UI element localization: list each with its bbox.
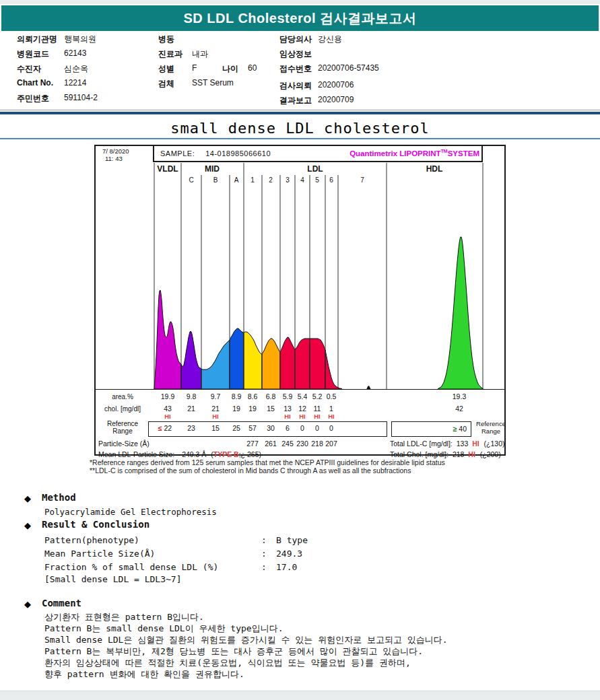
patient-field-label: 주민번호 (17, 93, 49, 104)
zone-label: VLDL (147, 164, 188, 174)
diamond-icon: ◆ (24, 520, 31, 530)
method-body: Polyacrylamide Gel Electrophoresis (44, 507, 217, 517)
result-row-colon: : (261, 562, 267, 572)
cholesterol-value: 42 (446, 405, 473, 413)
area-percent-value: 9.8 (178, 392, 205, 400)
reference-range-label-left: Reference Range (96, 420, 149, 435)
patient-field-label: 검체 (158, 78, 174, 90)
patient-field-value: 591104-2 (64, 93, 98, 102)
patient-field-value: 60 (248, 63, 257, 73)
total-ldl-c-row: Total LDL-C [mg/dl]: 133 HI (¿130) (390, 440, 505, 448)
patient-field-label: 의뢰기관명 (17, 34, 57, 45)
report-title: SD LDL Cholesterol 검사결과보고서 (184, 9, 417, 28)
mean-particle-row: Mean LDL-Particle Size: 249.3 Å (TYPE B;… (98, 450, 261, 458)
comment-line: 환자의 임상상태에 따른 적절한 치료(운동요법, 식이요법 또는 약물요법 등… (44, 657, 448, 668)
patient-field-label: 임상정보 (279, 48, 312, 60)
patient-field-value: 62143 (64, 48, 86, 58)
comment-line: Pattern B는 small dense LDL이 우세한 type입니다. (44, 623, 448, 634)
diamond-icon: ◆ (24, 493, 31, 503)
cholesterol-value: 21 (178, 405, 205, 413)
patient-field-label: 접수번호 (279, 63, 312, 75)
result-row-value: B type (276, 535, 308, 545)
zone-label: HDL (414, 164, 455, 174)
zone-label: MID (192, 164, 232, 174)
phenotype-type: TYPE B (213, 450, 239, 458)
comment-heading: Comment (42, 598, 81, 608)
result-row-value: 249.3 (276, 549, 302, 559)
cholesterol-value: 1 (318, 405, 345, 413)
patient-field-value: 행복의원 (64, 34, 96, 45)
diamond-icon: ◆ (24, 599, 31, 609)
area-percent-value: 19.3 (446, 392, 473, 400)
chol-row-label: chol. [mg/dl] (96, 405, 149, 413)
area-percent-value: 0.5 (318, 392, 345, 400)
chart-datetime: 7/ 8/2020 11: 43 (102, 148, 129, 162)
patient-field-value: F (192, 63, 197, 73)
area-percent-value: 19.9 (154, 392, 181, 400)
patient-field-label: 진료과 (158, 48, 182, 60)
patient-field-label: 성별 (158, 63, 174, 75)
patient-field-value: 20200709 (318, 95, 354, 104)
patient-field-value: 20200706-57435 (318, 63, 379, 73)
result-heading: Result & Conclusion (42, 519, 149, 530)
lipoprint-chart: 7/ 8/2020 11: 43 SAMPLE: 14-018985066610… (94, 145, 506, 456)
sample-label: SAMPLE: (160, 149, 195, 158)
patient-field-label: 검사의뢰 (279, 80, 312, 92)
hi-flag: HI (318, 413, 345, 420)
comment-line: Small dense LDL은 심혈관 질환의 위험도를 증가시킬 수 있는 … (44, 634, 448, 645)
result-row-label: Pattern(phenotype) (44, 535, 139, 545)
section-title-underline (0, 138, 600, 139)
patient-field-label: Chart No. (17, 78, 53, 88)
total-chol-row: Total Chol. [mg/dl]: 218 HI (¿200) (390, 450, 501, 458)
patient-field-label: 수진자 (17, 63, 41, 75)
patient-field-value: 20200706 (318, 80, 354, 90)
footnote-1: *Reference ranges derived from 125 serum… (90, 458, 445, 466)
patient-field-label: 병동 (158, 34, 174, 45)
patient-field-value: 내과 (192, 48, 208, 60)
comment-line: Pattern B는 복부비만, 제2형 당뇨병 또는 대사 증후군 등에서 많… (44, 645, 448, 657)
top-strip (0, 0, 600, 4)
reference-range-label-right: Reference Range (476, 420, 506, 435)
band-label: 1 (244, 176, 261, 184)
divider-navy (0, 112, 600, 114)
patient-field-value: 강신용 (318, 34, 342, 45)
patient-field-label: 담당의사 (279, 34, 312, 45)
result-row-colon: : (261, 549, 267, 559)
comment-line: 상기환자 표현형은 pattern B입니다. (44, 611, 448, 623)
band-label: B (207, 176, 224, 184)
hi-flag: HI (202, 413, 229, 420)
result-row-label: Mean Particle Size(Å) (44, 549, 155, 559)
brand-logo: Quantimetrix LIPOPRINTTMSYSTEM (349, 149, 479, 158)
band-label: C (183, 176, 199, 184)
band-label: 2 (263, 176, 279, 184)
report-page: SD LDL Cholesterol 검사결과보고서 의뢰기관명행복의원병원코드… (0, 0, 600, 700)
sample-header-box: SAMPLE: 14-018985066610 Quantimetrix LIP… (153, 145, 483, 162)
particle-size-label: Particle-Size (Å) (98, 440, 149, 448)
hdl-reference-box: ≥ 40 (391, 421, 471, 437)
hdl-ref-symbol: ≥ (453, 425, 457, 433)
report-title-bar: SD LDL Cholesterol 검사결과보고서 (1, 5, 599, 31)
hi-flag: HI (154, 413, 181, 420)
method-heading: Method (42, 492, 76, 503)
cholesterol-value: 43 (154, 405, 181, 413)
result-row-value: 17.0 (276, 562, 297, 572)
result-row-label: Fraction % of small dense LDL (%) (44, 562, 218, 572)
section-title: small dense LDL cholesterol (0, 120, 600, 137)
patient-field-value: 심순옥 (64, 63, 88, 75)
band-label: 3 (279, 176, 296, 184)
comment-line: 향후 pattern 변화에 대한 확인을 권유합니다. (44, 668, 448, 680)
band-label: 7 (354, 176, 370, 184)
area-row-label: area.% (96, 393, 149, 400)
patient-field-value: SST Serum (192, 78, 234, 88)
bottom-strip (0, 691, 600, 700)
band-label: 4 (294, 176, 310, 184)
result-row-colon: : (261, 535, 267, 545)
ldl-reference-box (148, 421, 387, 437)
patient-field-label: 나이 (222, 63, 238, 75)
band-label: A (228, 176, 244, 184)
sample-id: 14-018985066610 (205, 149, 271, 158)
chromatogram-plot (96, 163, 504, 390)
particle-size-value: 207 (318, 440, 345, 448)
band-label: 6 (323, 176, 339, 184)
patient-field-value: 12214 (64, 78, 86, 88)
